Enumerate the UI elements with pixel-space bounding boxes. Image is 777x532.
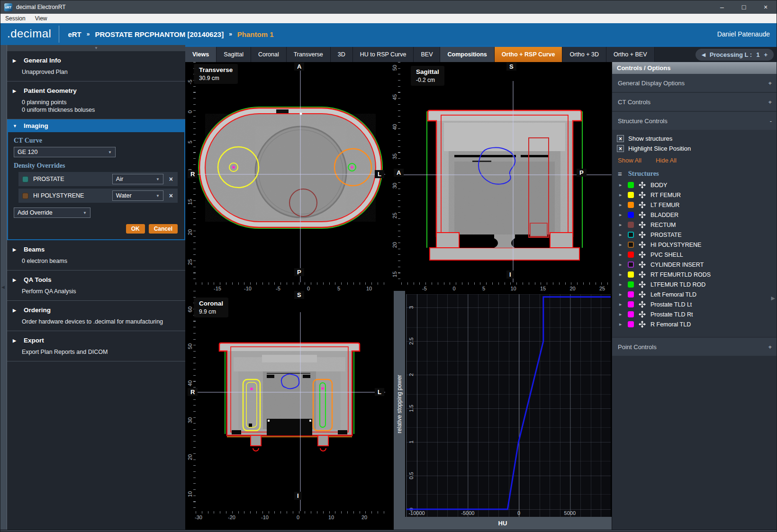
structure-list-item[interactable]: ▶ Left Femoral TLD <box>612 289 777 299</box>
add-override-select[interactable]: Add Override ▼ <box>14 207 90 218</box>
move-icon[interactable] <box>639 311 646 318</box>
structure-list-item[interactable]: ▶ CYLINDER INSERT <box>612 260 777 270</box>
view-tab[interactable]: Ortho + RSP Curve <box>495 47 563 62</box>
chevron-right-icon[interactable]: ▶ <box>619 223 623 227</box>
move-icon[interactable] <box>639 251 646 258</box>
move-icon[interactable] <box>639 271 646 278</box>
close-button[interactable]: × <box>755 0 777 14</box>
highlight-slice-row[interactable]: × Highlight Slice Position <box>612 144 777 153</box>
expand-icon[interactable]: + <box>768 343 772 351</box>
show-structures-row[interactable]: × Show structures <box>612 134 777 144</box>
section-beams-header[interactable]: ▶ Beams <box>7 244 185 254</box>
structure-list-item[interactable]: ▶ HI POLYSTYRENE <box>612 240 777 250</box>
breadcrumb-app[interactable]: eRT <box>68 30 81 38</box>
view-tab[interactable]: Ortho + 3D <box>562 47 606 62</box>
view-tab[interactable]: Compositions <box>440 47 494 62</box>
move-icon[interactable] <box>639 321 646 328</box>
structure-color-swatch[interactable] <box>628 242 634 248</box>
structure-list-item[interactable]: ▶ Prostate TLD Rt <box>612 309 777 319</box>
ct-curve-select[interactable]: GE 120 ▼ <box>14 147 116 157</box>
move-icon[interactable] <box>639 181 646 189</box>
chevron-right-icon[interactable]: ▶ <box>619 273 623 277</box>
coronal-view[interactable]: Coronal 9.9 cm S I R L 605040302010 -30-… <box>185 291 385 530</box>
chevron-right-icon[interactable]: ▶ <box>619 193 623 197</box>
move-icon[interactable] <box>639 301 646 308</box>
maximize-button[interactable]: □ <box>733 0 755 14</box>
chevron-right-icon[interactable]: ▶ <box>619 283 623 287</box>
override-material-select[interactable]: Air ▼ <box>112 174 163 184</box>
expand-icon[interactable]: + <box>768 99 772 106</box>
collapse-icon[interactable]: - <box>770 117 772 125</box>
breadcrumb-context[interactable]: Phantom 1 <box>237 30 274 38</box>
view-tab[interactable]: Views <box>185 47 217 62</box>
structure-list-item[interactable]: ▶ R Femoral TLD <box>612 319 777 329</box>
move-icon[interactable] <box>639 201 646 208</box>
sidebar-collapse-bar[interactable]: ▼ <box>7 45 185 51</box>
chevron-right-icon[interactable]: ▶ <box>619 183 623 187</box>
section-export-header[interactable]: ▶ Export <box>7 335 185 345</box>
structure-color-swatch[interactable] <box>628 202 634 208</box>
structure-color-swatch[interactable] <box>628 252 634 258</box>
structure-color-swatch[interactable] <box>628 311 634 317</box>
view-tab[interactable]: BEV <box>414 47 440 62</box>
highlight-slice-checkbox[interactable]: × <box>617 145 624 152</box>
rsp-plot[interactable]: -10000-50000500000.511.522.53 <box>406 294 611 518</box>
move-icon[interactable] <box>639 211 646 218</box>
structure-color-swatch[interactable] <box>628 212 634 218</box>
section-ordering-header[interactable]: ▶ Ordering <box>7 305 185 315</box>
structure-color-swatch[interactable] <box>628 321 634 327</box>
structure-color-swatch[interactable] <box>628 222 634 228</box>
section-general-display-options[interactable]: General Display Options + <box>612 74 777 92</box>
processing-control[interactable]: ◀ Processing L : 1 + <box>696 49 774 61</box>
menu-view[interactable]: View <box>30 15 52 22</box>
sagittal-view[interactable]: Sagittal -0.2 cm S I A P 504540353025201… <box>390 62 612 291</box>
view-tab[interactable]: Ortho + BEV <box>606 47 655 62</box>
structure-color-swatch[interactable] <box>628 301 634 307</box>
move-icon[interactable] <box>639 231 646 238</box>
section-point-controls[interactable]: Point Controls + <box>612 338 777 356</box>
previous-icon[interactable]: ◀ <box>702 52 705 57</box>
structure-color-swatch[interactable] <box>628 291 634 298</box>
structure-color-swatch[interactable] <box>628 192 634 198</box>
move-icon[interactable] <box>639 261 646 268</box>
breadcrumb-plan[interactable]: PROSTATE RPCPHANTOM [20140623] <box>95 30 224 38</box>
section-patient-geometry-header[interactable]: ▶ Patient Geometry <box>7 86 185 96</box>
move-icon[interactable] <box>639 291 646 298</box>
structure-list-item[interactable]: ▶ BLADDER <box>612 210 777 220</box>
move-icon[interactable] <box>639 221 646 228</box>
hide-all-link[interactable]: Hide All <box>656 157 677 164</box>
chevron-right-icon[interactable]: ▶ <box>619 313 623 316</box>
structure-list-item[interactable]: ▶ PROSTATE <box>612 230 777 240</box>
override-material-select[interactable]: Water ▼ <box>112 190 163 201</box>
chevron-right-icon[interactable]: ▶ <box>619 303 623 307</box>
chevron-right-icon[interactable]: ▶ <box>619 263 623 267</box>
section-qa-tools-header[interactable]: ▶ QA Tools <box>7 275 185 285</box>
hamburger-icon[interactable]: ≡ <box>618 170 622 178</box>
chevron-right-icon[interactable]: ▶ <box>619 203 623 207</box>
move-icon[interactable] <box>639 281 646 288</box>
view-tab[interactable]: Coronal <box>251 47 287 62</box>
chevron-right-icon[interactable]: ▶ <box>619 293 623 297</box>
chevron-right-icon[interactable]: ▶ <box>619 233 623 237</box>
transverse-view[interactable]: Transverse 30.9 cm A P R L -50510152025 … <box>185 62 385 291</box>
section-imaging-header[interactable]: ▼ Imaging <box>7 119 185 132</box>
view-tab[interactable]: Transverse <box>287 47 331 62</box>
section-general-info-header[interactable]: ▶ General Info <box>7 55 185 65</box>
structure-list-item[interactable]: ▶ BODY <box>612 180 777 190</box>
chevron-right-icon[interactable]: ▶ <box>619 213 623 217</box>
cancel-button[interactable]: Cancel <box>149 224 178 234</box>
structure-color-swatch[interactable] <box>628 261 634 268</box>
structure-list-item[interactable]: ▶ RECTUM <box>612 220 777 230</box>
show-structures-checkbox[interactable]: × <box>617 135 624 142</box>
minimize-button[interactable]: – <box>711 0 733 14</box>
structure-color-swatch[interactable] <box>628 281 634 288</box>
structure-color-swatch[interactable] <box>628 182 634 188</box>
chevron-right-icon[interactable]: ▶ <box>619 323 623 326</box>
structure-list-item[interactable]: ▶ Prostate TLD Lt <box>612 299 777 309</box>
sidebar-collapse-icon[interactable]: ◀ <box>1 285 5 289</box>
show-all-link[interactable]: Show All <box>618 157 641 164</box>
structure-list-item[interactable]: ▶ LTFEMUR TLD ROD <box>612 280 777 289</box>
rsp-curve-panel[interactable]: relative stopping power -10000-500005000… <box>390 291 612 530</box>
structure-list-item[interactable]: ▶ LT FEMUR <box>612 200 777 210</box>
remove-override-button[interactable]: × <box>168 175 174 183</box>
